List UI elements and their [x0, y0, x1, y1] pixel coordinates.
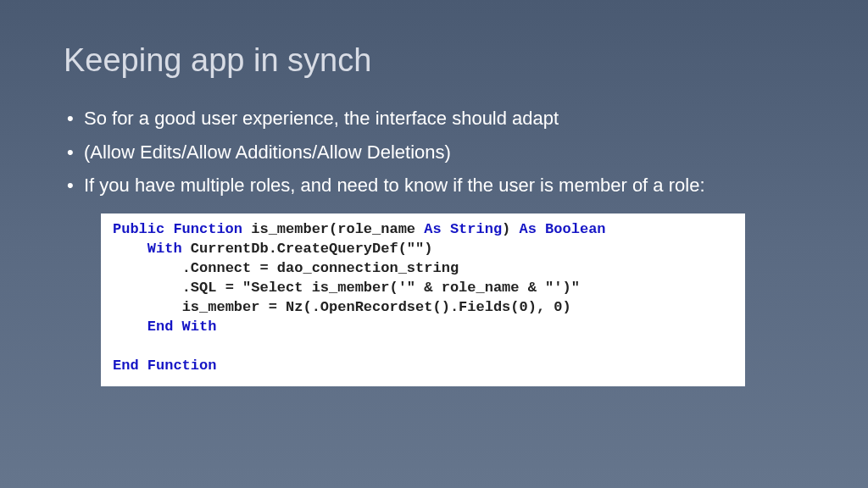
bullet-item: (Allow Edits/Allow Additions/Allow Delet… — [67, 140, 804, 165]
slide: Keeping app in synch So for a good user … — [0, 0, 868, 420]
code-keyword: Public Function — [113, 221, 242, 237]
code-text: is_member = Nz(.OpenRecordset().Fields(0… — [182, 299, 571, 315]
code-keyword: With — [147, 241, 182, 257]
code-text: is_member(role_name — [242, 221, 424, 237]
code-text: .SQL = "Select is_member('" & role_name … — [182, 280, 580, 296]
code-keyword: End Function — [113, 358, 216, 374]
code-text: ) — [502, 221, 519, 237]
code-keyword: As String — [424, 221, 502, 237]
code-text: CurrentDb.CreateQueryDef("") — [182, 241, 433, 257]
code-keyword: End With — [147, 319, 217, 335]
slide-title: Keeping app in synch — [64, 42, 804, 79]
code-keyword: As Boolean — [520, 221, 606, 237]
bullet-item: So for a good user experience, the inter… — [67, 106, 804, 131]
bullet-item: If you have multiple roles, and need to … — [67, 173, 804, 198]
bullet-list: So for a good user experience, the inter… — [64, 106, 804, 198]
code-text: .Connect = dao_connection_string — [182, 260, 459, 276]
code-block: Public Function is_member(role_name As S… — [101, 214, 745, 386]
